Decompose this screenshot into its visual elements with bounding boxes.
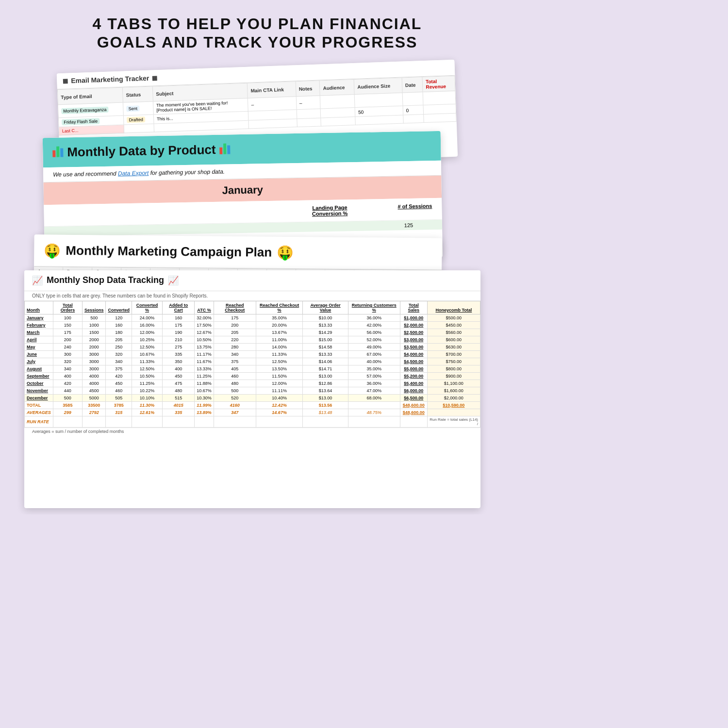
size-cell bbox=[354, 93, 403, 107]
table-row: May240200025012.50%27513.75%28014.00%$14… bbox=[25, 343, 480, 350]
th-sessions: Sessions bbox=[82, 301, 106, 314]
col-status: Status bbox=[123, 86, 153, 102]
totals-row: TOTAL358533500378511.30%401511.99%416012… bbox=[25, 401, 480, 409]
table-row: October420400045011.25%47511.88%48012.00… bbox=[25, 380, 480, 387]
th-converted-pct: Converted % bbox=[132, 301, 162, 314]
sheet4-instruction: ONLY type in cells that are grey. These … bbox=[24, 291, 480, 301]
sheet1-title: Email Marketing Tracker bbox=[71, 74, 149, 85]
date-cell bbox=[402, 92, 423, 105]
sheet-shop-tracking: 📈 Monthly Shop Data Tracking 📈 ONLY type… bbox=[24, 270, 480, 508]
col-type: Type of Email bbox=[57, 87, 123, 105]
averages-row: AVERAGES299279231512.61%33513.89%34714.6… bbox=[25, 409, 480, 416]
status-tag2: Drafted bbox=[127, 116, 145, 123]
money-emoji-right: 🤑 bbox=[277, 244, 294, 260]
trending-icon-right: 📈 bbox=[168, 275, 179, 286]
table-row: November440450046010.22%48010.67%50011.1… bbox=[25, 387, 480, 394]
sheet3-title: Monthly Marketing Campaign Plan bbox=[66, 243, 272, 260]
table-row: January10050012024.00%16032.00%17535.00%… bbox=[25, 314, 480, 321]
revenue-cell2 bbox=[423, 104, 456, 114]
trending-icon-left: 📈 bbox=[32, 275, 43, 286]
money-emoji-left: 🤑 bbox=[44, 242, 61, 258]
main-title: 4 TABS TO HELP YOU PLAN FINANCIAL GOALS … bbox=[93, 15, 422, 52]
session-value: 125 bbox=[404, 222, 414, 228]
th-month: Month bbox=[25, 301, 53, 314]
col-extra: TotalRevenue bbox=[422, 76, 455, 92]
data-tracking-table: Month Total Orders Sessions Converted Co… bbox=[24, 301, 480, 428]
table-row: August340300037512.50%40013.33%40513.50%… bbox=[25, 365, 480, 372]
audience-cell2 bbox=[321, 107, 355, 117]
th-atc: Added to Cart bbox=[163, 301, 195, 314]
sheet3-header: 🤑 Monthly Marketing Campaign Plan 🤑 bbox=[34, 234, 442, 270]
table-row: September400400042010.50%45011.25%46011.… bbox=[25, 372, 480, 380]
table-row: April200200020510.25%21010.50%22011.00%$… bbox=[25, 336, 480, 343]
col-date: Date bbox=[402, 77, 423, 92]
bar-chart-icon2 bbox=[219, 141, 231, 157]
col-audience-size: Audience Size bbox=[354, 78, 402, 94]
spreadsheet-icon: ▦ bbox=[63, 77, 68, 84]
sheet4-title: Monthly Shop Data Tracking bbox=[47, 275, 164, 285]
th-total-sales: Total Sales bbox=[400, 301, 427, 314]
table-row: February150100016016.00%17517.50%20020.0… bbox=[25, 321, 480, 329]
th-orders: Total Orders bbox=[53, 301, 82, 314]
email-type-tag: Monthly Extravaganza bbox=[61, 106, 108, 114]
col-notes: Notes bbox=[296, 81, 320, 97]
th-atc-pct: ATC % bbox=[195, 301, 214, 314]
th-checkout-pct: Reached Checkout % bbox=[256, 301, 303, 314]
status-tag: Sent bbox=[127, 105, 140, 112]
table-row: June300300032010.67%33511.17%34011.33%$1… bbox=[25, 350, 480, 358]
table-row: December500500050510.10%51510.30%52010.4… bbox=[25, 394, 480, 401]
revenue-cell bbox=[423, 91, 456, 105]
sheet4-header: 📈 Monthly Shop Data Tracking 📈 bbox=[24, 270, 480, 291]
sheets-stack: ▦ Email Marketing Tracker ▦ Type of Emai… bbox=[19, 66, 495, 464]
sheet1-icon2: ▦ bbox=[152, 74, 157, 81]
notes-cell: – bbox=[296, 96, 321, 110]
footer-note: Averages = sum / number of completed mon… bbox=[24, 428, 480, 435]
sheet2-title: Monthly Data by Product bbox=[52, 141, 231, 160]
col-audience: Audience bbox=[319, 79, 354, 95]
audience-cell bbox=[320, 94, 355, 108]
data-export-link[interactable]: Data Export bbox=[118, 169, 149, 177]
col-cta: Main CTA Link bbox=[247, 81, 296, 98]
th-returning: Returning Customers % bbox=[348, 301, 400, 314]
table-row: March175150018012.00%19012.67%20513.67%$… bbox=[25, 329, 480, 336]
runrate-row: RUN RATERun Rate = total sales (L14) / bbox=[25, 416, 480, 427]
date-cell2: 0 bbox=[403, 105, 424, 115]
table-row: July320300034011.33%35011.67%37512.50%$1… bbox=[25, 358, 480, 365]
th-converted: Converted bbox=[106, 301, 132, 314]
notes-cell2 bbox=[297, 109, 321, 119]
th-avg-order: Average Order Value bbox=[303, 301, 348, 314]
email-type-tag2: Friday Flash Sale bbox=[62, 118, 99, 125]
bar-chart-icon bbox=[52, 144, 64, 160]
col-sessions: # of Sessions bbox=[397, 203, 432, 215]
cta-cell: – bbox=[248, 96, 297, 111]
th-checkout: Reached Checkout bbox=[214, 301, 256, 314]
col-landing-page: Landing Page Conversion % bbox=[300, 204, 359, 217]
th-honeycomb: Honeycomb Total bbox=[427, 301, 480, 314]
